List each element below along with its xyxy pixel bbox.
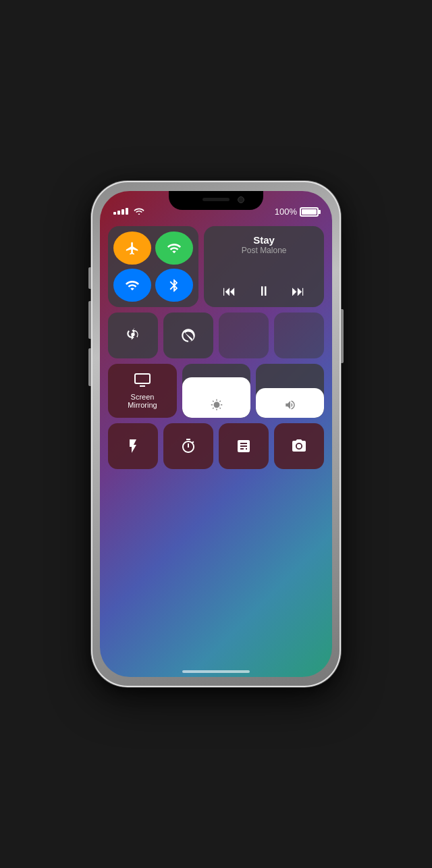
screen-mirroring-button[interactable]: ScreenMirroring: [108, 364, 177, 418]
top-row: Stay Post Malone ⏮ ⏸ ⏭: [108, 226, 324, 307]
brightness-slider[interactable]: [182, 364, 250, 418]
svg-point-4: [297, 444, 301, 448]
home-indicator[interactable]: [182, 670, 250, 673]
status-right: 100%: [275, 207, 319, 217]
third-row: ScreenMirroring: [108, 364, 324, 418]
music-controls: ⏮ ⏸ ⏭: [212, 283, 316, 299]
power-button[interactable]: [341, 309, 344, 363]
status-left: [113, 206, 144, 217]
battery-fill: [302, 209, 317, 215]
screen-mirroring-label: ScreenMirroring: [128, 393, 157, 409]
airplane-mode-button[interactable]: [113, 232, 151, 265]
volume-icon: [284, 399, 296, 414]
battery-icon: [300, 207, 319, 217]
brightness-placeholder: [219, 313, 269, 358]
volume-placeholder: [274, 313, 324, 358]
screen-mirroring-icon: [134, 373, 151, 390]
camera-button[interactable]: [274, 423, 324, 469]
svg-rect-1: [135, 374, 150, 383]
volume-up-button[interactable]: [88, 301, 91, 339]
control-center: Stay Post Malone ⏮ ⏸ ⏭: [108, 221, 324, 658]
music-artist: Post Malone: [212, 246, 316, 255]
bottom-row: [108, 423, 324, 469]
rotation-lock-button[interactable]: [108, 313, 158, 358]
connectivity-panel: [108, 226, 198, 307]
music-panel: Stay Post Malone ⏮ ⏸ ⏭: [204, 226, 324, 307]
phone-screen: 100%: [100, 191, 332, 677]
mute-button[interactable]: [88, 267, 91, 289]
signal-bars-icon: [113, 208, 128, 215]
svg-point-0: [131, 333, 134, 336]
previous-track-button[interactable]: ⏮: [223, 283, 236, 299]
do-not-disturb-button[interactable]: [163, 313, 213, 358]
calculator-button[interactable]: [219, 423, 269, 469]
pause-button[interactable]: ⏸: [257, 283, 271, 299]
volume-down-button[interactable]: [88, 348, 91, 386]
timer-button[interactable]: [163, 423, 213, 469]
second-row: [108, 313, 324, 358]
volume-slider[interactable]: [256, 364, 324, 418]
notch: [169, 191, 263, 210]
next-track-button[interactable]: ⏭: [292, 283, 305, 299]
cellular-button[interactable]: [155, 232, 193, 265]
brightness-icon: [211, 399, 223, 414]
flashlight-button[interactable]: [108, 423, 158, 469]
bluetooth-button[interactable]: [155, 269, 193, 302]
wifi-toggle-button[interactable]: [113, 269, 151, 302]
battery-percentage: 100%: [275, 207, 297, 217]
notch-camera: [238, 196, 244, 203]
phone-outer: 100%: [91, 181, 341, 687]
music-title: Stay: [212, 234, 316, 246]
music-info: Stay Post Malone: [212, 234, 316, 255]
notch-speaker: [202, 198, 230, 201]
wifi-status-icon: [134, 206, 144, 217]
